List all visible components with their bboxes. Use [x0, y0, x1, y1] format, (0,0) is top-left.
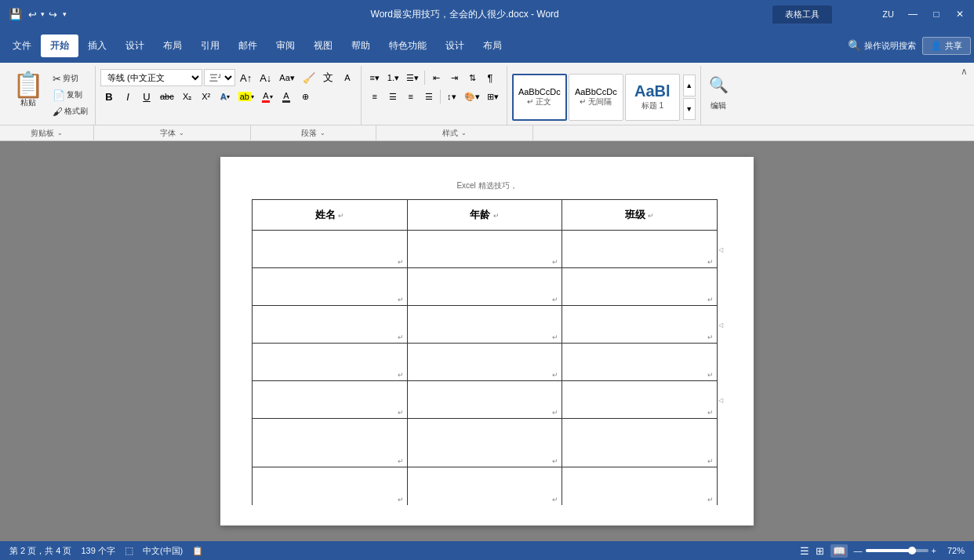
text-effect-button[interactable]: A ▾	[216, 88, 234, 105]
zoom-slider-track[interactable]	[866, 549, 929, 552]
customize-icon[interactable]: ▾	[61, 9, 68, 20]
styles-down-button[interactable]: ▼	[683, 98, 696, 120]
align-left-button[interactable]: ≡	[366, 88, 383, 105]
highlight-button[interactable]: ab▾	[235, 88, 257, 105]
show-marks-button[interactable]: ¶	[482, 69, 499, 86]
style-heading1[interactable]: AaBl 标题 1	[625, 74, 680, 121]
style-no-spacing[interactable]: AaBbCcDc ↵ 无间隔	[569, 74, 623, 121]
menu-item-start[interactable]: 开始	[41, 35, 78, 57]
table-cell: ↵	[407, 381, 562, 419]
decrease-indent-button[interactable]: ⇤	[427, 69, 445, 86]
view-mode-read[interactable]: 📖	[830, 544, 848, 558]
strikethrough-button[interactable]: abc	[157, 88, 177, 105]
menu-item-layout[interactable]: 布局	[154, 35, 191, 57]
underline-button[interactable]: U	[138, 88, 155, 105]
ribbon: 📋 粘贴 ✂ 剪切 📄 复制 🖌 格式刷 等线 (中文正文 三号 A↑ A↓ A…	[0, 63, 974, 141]
more-font-button[interactable]: ⊕	[296, 88, 314, 105]
menu-item-insert[interactable]: 插入	[78, 35, 116, 57]
header-age: 年龄 ↵	[407, 200, 562, 231]
search-button[interactable]: 🔍	[706, 72, 732, 97]
language-indicator[interactable]: 中文(中国)	[143, 545, 183, 557]
subscript-button[interactable]: X₂	[179, 88, 196, 105]
shading-button[interactable]: 🎨▾	[461, 88, 483, 105]
align-center-button[interactable]: ☰	[384, 88, 402, 105]
copy-button[interactable]: 📄 复制	[50, 87, 90, 103]
minimize-button[interactable]: —	[902, 3, 924, 25]
redo-icon[interactable]: ↪	[46, 7, 60, 22]
menu-item-references[interactable]: 引用	[191, 35, 229, 57]
status-right: ☰ ⊞ 📖 — + 72%	[800, 544, 965, 558]
zoom-plus-button[interactable]: +	[932, 546, 936, 555]
text-style-button[interactable]: 文	[320, 69, 337, 86]
styles-scroll-up: ▲ ▼	[683, 75, 696, 120]
menu-item-table-layout[interactable]: 布局	[474, 35, 511, 57]
format-painter-button[interactable]: 🖌 格式刷	[50, 104, 90, 119]
style-normal[interactable]: AaBbCcDc ↵ 正文	[512, 74, 567, 121]
document-table: 姓名 ↵ 年龄 ↵ 班级 ↵	[252, 199, 722, 505]
font-size-select[interactable]: 三号	[204, 69, 235, 86]
ribbon-collapse-button[interactable]: ∧	[961, 66, 968, 77]
paragraph-expand-icon[interactable]: ⌄	[320, 125, 325, 141]
line-spacing-button[interactable]: ↕▾	[443, 88, 460, 105]
font-color-button[interactable]: A▾	[259, 88, 276, 105]
zoom-minus-button[interactable]: —	[854, 546, 863, 555]
bullets-button[interactable]: ≡▾	[366, 69, 383, 86]
numbering-button[interactable]: 1.▾	[384, 69, 402, 86]
undo-dropdown-icon[interactable]: ▾	[41, 10, 45, 18]
save-icon[interactable]: 💾	[6, 6, 24, 22]
zoom-percent[interactable]: 72%	[939, 546, 965, 555]
styles-up-button[interactable]: ▲	[683, 75, 696, 96]
clipboard-expand-icon[interactable]: ⌄	[57, 125, 63, 141]
font-expand-icon[interactable]: ⌄	[179, 125, 184, 141]
zoom-slider-thumb[interactable]	[908, 547, 916, 555]
superscript-button[interactable]: X²	[198, 88, 215, 105]
text-bg-button[interactable]: A	[278, 88, 295, 105]
undo-icon[interactable]: ↩	[26, 7, 39, 22]
share-icon: 👤	[931, 41, 942, 51]
cut-button[interactable]: ✂ 剪切	[50, 71, 90, 86]
sort-button[interactable]: ⇅	[463, 69, 481, 86]
font-color-fill-button[interactable]: A	[339, 69, 356, 86]
title-bar-right: ZU — □ ✕	[879, 3, 974, 25]
table-cell: ↵	[253, 381, 408, 419]
clear-format-button[interactable]: 🧹	[300, 69, 318, 86]
track-icon[interactable]: 📋	[192, 546, 203, 556]
font-grow-button[interactable]: A↑	[237, 69, 255, 86]
search-icon: 🔍	[848, 39, 861, 52]
increase-indent-button[interactable]: ⇥	[445, 69, 463, 86]
context-tab-label[interactable]: 表格工具	[772, 5, 832, 24]
change-case-button[interactable]: Aa▾	[276, 69, 297, 86]
border-button[interactable]: ⊞▾	[484, 88, 502, 105]
word-count[interactable]: 139 个字	[81, 545, 114, 557]
table-cell: ↵	[253, 344, 408, 381]
view-mode-print[interactable]: ☰	[800, 545, 809, 557]
multilevel-button[interactable]: ☰▾	[403, 69, 422, 86]
menu-item-file[interactable]: 文件	[3, 35, 41, 57]
italic-button[interactable]: I	[119, 88, 136, 105]
page-count[interactable]: 第 2 页，共 4 页	[9, 545, 71, 557]
menu-item-features[interactable]: 特色功能	[380, 35, 436, 57]
close-button[interactable]: ✕	[949, 3, 971, 25]
justify-button[interactable]: ☰	[420, 88, 438, 105]
menu-item-help[interactable]: 帮助	[342, 35, 380, 57]
search-label[interactable]: 操作说明搜索	[864, 40, 916, 52]
menu-item-table-design[interactable]: 设计	[436, 35, 474, 57]
layout-icon[interactable]: ⬚	[125, 545, 133, 556]
font-family-select[interactable]: 等线 (中文正文	[100, 69, 202, 86]
bold-button[interactable]: B	[100, 88, 118, 105]
expand-icon: ▾	[227, 93, 230, 100]
font-shrink-button[interactable]: A↓	[256, 69, 274, 86]
view-mode-web[interactable]: ⊞	[816, 545, 824, 557]
menu-item-mailings[interactable]: 邮件	[229, 35, 267, 57]
paste-button[interactable]: 📋 粘贴	[8, 69, 49, 111]
menu-item-view[interactable]: 视图	[304, 35, 342, 57]
maximize-button[interactable]: □	[925, 3, 947, 25]
menu-item-design[interactable]: 设计	[116, 35, 154, 57]
ribbon-label-bar: 剪贴板 ⌄ 字体 ⌄ 段落 ⌄ 样式 ⌄	[0, 125, 974, 140]
paragraph-label: 段落 ⌄	[251, 125, 376, 140]
styles-expand-icon[interactable]: ⌄	[461, 125, 467, 141]
align-right-button[interactable]: ≡	[402, 88, 420, 105]
menu-item-review[interactable]: 审阅	[267, 35, 304, 57]
share-button[interactable]: 👤 共享	[922, 37, 971, 55]
table-cell: ↵	[253, 467, 408, 505]
